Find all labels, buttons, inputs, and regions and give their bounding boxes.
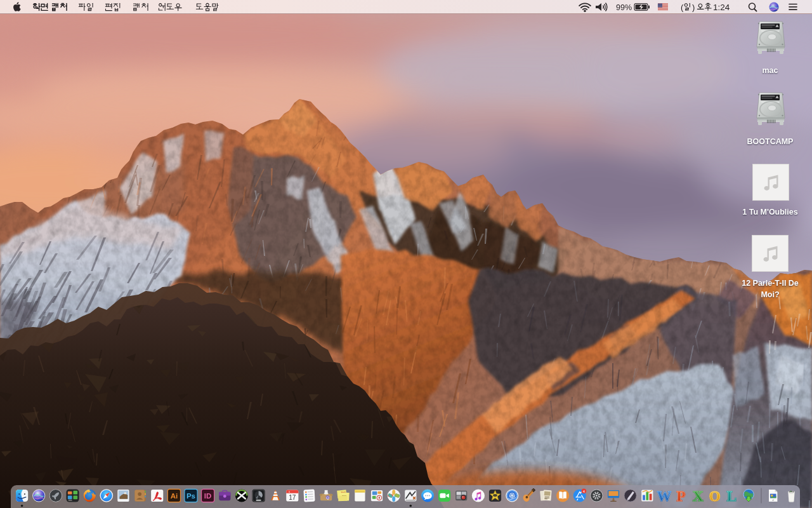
svg-text:BOOTCAMP: BOOTCAMP — [747, 137, 794, 146]
svg-text:1 Tu M'Oublies: 1 Tu M'Oublies — [742, 208, 798, 217]
svg-text:W: W — [657, 488, 671, 504]
svg-text:Plans: Plans — [341, 491, 346, 494]
svg-text:(: ( — [681, 3, 684, 12]
svg-text:memo: memo — [342, 495, 347, 497]
svg-text:17: 17 — [289, 494, 296, 501]
svg-text:Moi?: Moi? — [761, 290, 779, 299]
svg-text:X: X — [693, 488, 704, 504]
svg-text:12 Parle-T-Il De: 12 Parle-T-Il De — [742, 279, 799, 288]
svg-text:Q: Q — [326, 495, 329, 500]
svg-text:1:24: 1:24 — [713, 3, 730, 12]
svg-text:L: L — [727, 488, 737, 504]
svg-text:ID: ID — [204, 492, 212, 500]
svg-text:mac: mac — [762, 66, 778, 75]
svg-text:rtf: rtf — [772, 499, 774, 502]
svg-text:Ai: Ai — [171, 492, 178, 500]
svg-text:): ) — [692, 3, 695, 12]
svg-text:Ps: Ps — [187, 492, 195, 500]
svg-text:6: 6 — [289, 491, 290, 493]
svg-text:99%: 99% — [616, 3, 632, 12]
svg-text:P: P — [677, 488, 686, 504]
svg-text:O: O — [709, 488, 721, 504]
